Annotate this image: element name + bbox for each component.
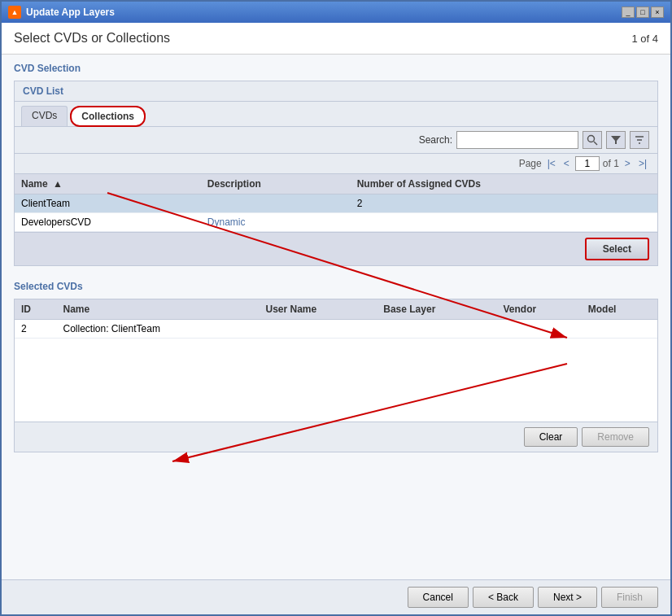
sel-col-id[interactable]: ID: [15, 299, 57, 320]
page-last-button[interactable]: >|: [636, 157, 649, 170]
sel-col-username[interactable]: User Name: [260, 299, 377, 320]
content-area: CVD Selection CVD List CVDs Collections …: [2, 55, 670, 579]
sort-arrow: ▲: [53, 178, 63, 190]
filter2-icon: [634, 134, 645, 146]
selected-table-row[interactable]: 2 Collection: ClientTeam: [15, 320, 657, 339]
cell-assigned: 2: [351, 194, 657, 213]
title-bar: ▲ Update App Layers _ □ ×: [2, 2, 670, 23]
window: ▲ Update App Layers _ □ × Select CVDs or…: [0, 0, 672, 616]
search-icon: [587, 134, 598, 146]
table-header-row: Name ▲ Description Number of Assigned CV…: [15, 174, 657, 194]
page-prev-button[interactable]: <: [561, 157, 572, 170]
cell-name: ClientTeam: [15, 194, 201, 213]
cancel-button[interactable]: Cancel: [408, 587, 469, 608]
page-number-input[interactable]: [575, 156, 600, 171]
sel-cell-baselayer: [377, 320, 496, 339]
svg-line-1: [594, 142, 597, 145]
page-title: Select CVDs or Collections: [14, 31, 170, 46]
tab-cvds[interactable]: CVDs: [21, 106, 68, 126]
window-controls: _ □ ×: [622, 7, 664, 18]
cell-description: Dynamic: [201, 213, 351, 232]
search-label: Search:: [419, 134, 452, 146]
cell-description: [201, 194, 351, 213]
close-button[interactable]: ×: [651, 7, 664, 18]
cvd-table: Name ▲ Description Number of Assigned CV…: [15, 174, 657, 232]
sel-cell-name: Collection: ClientTeam: [57, 320, 260, 339]
filter2-button[interactable]: [630, 131, 649, 149]
page-next-button[interactable]: >: [622, 157, 633, 170]
table-footer: Select: [15, 232, 657, 265]
main-header: Select CVDs or Collections 1 of 4: [2, 23, 670, 55]
filter-icon: [610, 134, 622, 146]
table-row[interactable]: DevelopersCVD Dynamic: [15, 213, 657, 232]
search-input[interactable]: [456, 131, 578, 149]
col-assigned[interactable]: Number of Assigned CVDs: [351, 174, 657, 194]
sel-col-vendor[interactable]: Vendor: [496, 299, 581, 320]
col-name[interactable]: Name ▲: [15, 174, 201, 194]
sel-col-model[interactable]: Model: [582, 299, 657, 320]
select-button[interactable]: Select: [585, 238, 649, 260]
maximize-button[interactable]: □: [636, 7, 649, 18]
selected-table-container: ID Name User Name Base Layer Vendor Mode…: [15, 299, 657, 422]
clear-button[interactable]: Clear: [524, 427, 578, 447]
back-button[interactable]: < Back: [473, 587, 534, 608]
dialog-footer: Cancel < Back Next > Finish: [2, 579, 670, 614]
remove-button[interactable]: Remove: [582, 427, 649, 447]
page-of-label: of 1: [603, 158, 619, 169]
svg-point-0: [588, 136, 595, 142]
sel-cell-vendor: [496, 320, 581, 339]
search-button[interactable]: [583, 131, 602, 149]
finish-button[interactable]: Finish: [601, 587, 658, 608]
page-first-button[interactable]: |<: [545, 157, 558, 170]
filter-button[interactable]: [606, 131, 626, 149]
selected-footer: Clear Remove: [15, 422, 657, 452]
col-description[interactable]: Description: [201, 174, 351, 194]
tab-bar: CVDs Collections: [15, 102, 657, 127]
table-row[interactable]: ClientTeam 2: [15, 194, 657, 213]
window-title: Update App Layers: [26, 7, 115, 18]
selected-cvds-title: Selected CVDs: [14, 281, 658, 292]
next-button[interactable]: Next >: [538, 587, 597, 608]
cvd-list-header: CVD List: [15, 81, 657, 102]
selected-header-row: ID Name User Name Base Layer Vendor Mode…: [15, 299, 657, 320]
svg-marker-2: [611, 136, 621, 144]
cvd-table-container: Name ▲ Description Number of Assigned CV…: [15, 174, 657, 232]
cell-assigned: [351, 213, 657, 232]
app-icon: ▲: [8, 6, 21, 19]
search-bar: Search:: [15, 127, 657, 154]
cvd-list-section: CVD List CVDs Collections Search:: [14, 81, 658, 266]
minimize-button[interactable]: _: [622, 7, 635, 18]
cell-name: DevelopersCVD: [15, 213, 201, 232]
selected-cvds-section: ID Name User Name Base Layer Vendor Mode…: [14, 299, 658, 452]
selected-table: ID Name User Name Base Layer Vendor Mode…: [15, 299, 657, 339]
sel-cell-username: [260, 320, 377, 339]
sel-cell-model: [582, 320, 657, 339]
tab-collections[interactable]: Collections: [70, 106, 146, 127]
sel-col-name[interactable]: Name: [57, 299, 260, 320]
sel-cell-id: 2: [15, 320, 57, 339]
page-label: Page: [519, 158, 542, 169]
pagination-bar: Page |< < of 1 > >|: [15, 154, 657, 174]
step-indicator: 1 of 4: [631, 33, 658, 45]
sel-col-baselayer[interactable]: Base Layer: [377, 299, 496, 320]
cvd-selection-title: CVD Selection: [14, 63, 658, 74]
